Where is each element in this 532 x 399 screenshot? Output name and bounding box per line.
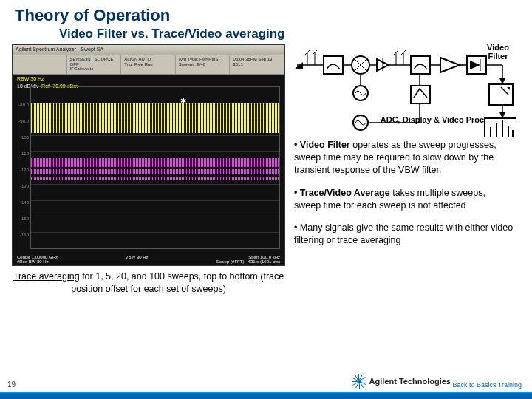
svg-marker-1 [294, 62, 303, 69]
sc-plot-area: ✱ [30, 86, 280, 249]
main-area: Agilent Spectrum Analyzer - Swept SA SEN… [0, 41, 532, 266]
sc-bottom-values: Center 1.00000 GHz#Res BW 30 Hz VBW 30 H… [17, 255, 280, 264]
svg-marker-31 [499, 78, 505, 84]
block-diagram [294, 46, 516, 112]
footer-link: Back to Basics Training [452, 381, 522, 389]
agilent-logo: Agilent Technologies [352, 374, 451, 389]
bullet-2: • Trace/Video Average takes multiple swe… [294, 187, 514, 212]
sc-titlebar: Agilent Spectrum Analyzer - Swept SA [13, 45, 284, 55]
sc-infobar: SENSE:INT SOURCE OFFIFGain:Auto ALIGN AU… [13, 55, 284, 75]
bullet-1: • Video Filter operates as the sweep pro… [294, 139, 514, 177]
svg-marker-36 [499, 112, 505, 118]
svg-rect-6 [324, 56, 343, 74]
trace-20-sweeps [31, 169, 279, 174]
svg-marker-25 [440, 58, 460, 72]
bullet-3: • Many signals give the same results wit… [294, 222, 514, 247]
analyzer-screenshot: Agilent Spectrum Analyzer - Swept SA SEN… [12, 44, 285, 266]
right-column: ADC, Display & Video Processing • Video … [285, 44, 514, 266]
slide-subtitle: Video Filter vs. Trace/Video averaging [0, 25, 532, 41]
page-number: 19 [7, 381, 16, 389]
logo-burst-icon [352, 374, 366, 389]
screenshot-caption: Trace averaging for 1, 5, 20, and 100 sw… [12, 270, 285, 296]
footer-bar [0, 392, 532, 399]
sc-top-values: RBW 30 Hz [17, 76, 280, 81]
trace-1-sweep [31, 103, 279, 133]
footer: 19 Agilent Technologies Back to Basics T… [0, 380, 532, 399]
svg-rect-37 [485, 118, 516, 137]
slide-title: Theory of Operation [0, 0, 532, 25]
trace-100-sweeps [31, 177, 279, 180]
diagram-svg [294, 46, 516, 137]
sc-y-axis: -80.0 -90.0 -100 -110 -120 -130 -140 -15… [14, 86, 30, 249]
trace-5-sweeps [31, 158, 279, 167]
left-column: Agilent Spectrum Analyzer - Swept SA SEN… [12, 44, 285, 266]
svg-rect-19 [411, 56, 430, 74]
svg-rect-24 [411, 86, 430, 103]
marker-star: ✱ [180, 97, 186, 105]
